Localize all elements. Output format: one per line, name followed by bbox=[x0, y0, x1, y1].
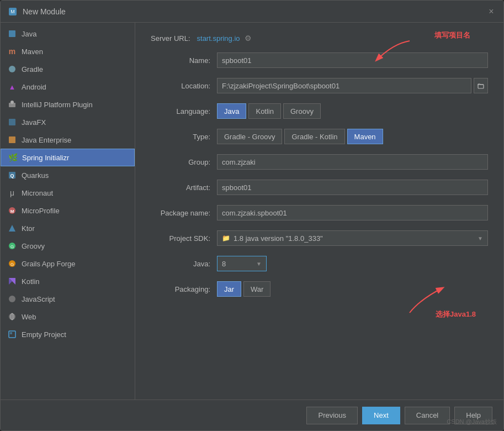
ktor-icon bbox=[7, 223, 17, 233]
packaging-war-button[interactable]: War bbox=[243, 281, 270, 297]
sidebar-item-java-enterprise[interactable]: Java Enterprise bbox=[1, 131, 135, 149]
sidebar-item-android[interactable]: ▲ Android bbox=[1, 78, 135, 96]
previous-button[interactable]: Previous bbox=[306, 407, 358, 424]
dialog-title: New Module bbox=[23, 7, 66, 16]
spring-initializr-icon: 🌿 bbox=[8, 153, 18, 162]
sidebar-item-java[interactable]: Java bbox=[1, 25, 135, 43]
empty-project-icon bbox=[7, 329, 17, 339]
sdk-select-inner: 📁 1.8 java version "1.8.0_333" bbox=[222, 234, 323, 243]
name-row: Name: bbox=[151, 52, 488, 68]
dialog-body: Java m Maven Gradle ▲ Android bbox=[1, 23, 503, 400]
sidebar-item-intellij-platform-plugin[interactable]: IntelliJ Platform Plugin bbox=[1, 96, 135, 113]
sidebar-item-groovy[interactable]: G Groovy bbox=[1, 237, 135, 255]
location-label: Location: bbox=[151, 82, 217, 90]
artifact-input[interactable] bbox=[217, 180, 488, 195]
title-left: M New Module bbox=[7, 6, 66, 17]
sidebar-item-micronaut[interactable]: μ Micronaut bbox=[1, 184, 135, 202]
name-input[interactable] bbox=[217, 52, 488, 68]
sidebar-label-quarkus: Quarkus bbox=[22, 171, 49, 180]
sidebar-item-web[interactable]: Web bbox=[1, 308, 135, 325]
titlebar: M New Module × bbox=[1, 1, 503, 23]
sidebar-label-microprofile: MicroProfile bbox=[22, 207, 60, 215]
settings-gear-icon[interactable]: ⚙ bbox=[245, 34, 252, 43]
cancel-button[interactable]: Cancel bbox=[405, 407, 450, 424]
group-label: Group: bbox=[151, 158, 217, 166]
type-maven-button[interactable]: Maven bbox=[347, 129, 383, 144]
sidebar-label-grails-app-forge: Grails App Forge bbox=[22, 260, 76, 268]
sidebar-item-spring-initializr[interactable]: 🌿 Spring Initializr bbox=[1, 149, 135, 166]
packaging-label: Packaging: bbox=[151, 285, 217, 293]
sdk-chevron-icon: ▼ bbox=[478, 235, 483, 241]
next-button[interactable]: Next bbox=[362, 407, 400, 424]
artifact-row: Artifact: bbox=[151, 180, 488, 195]
microprofile-icon: M bbox=[7, 206, 17, 216]
project-sdk-select[interactable]: 📁 1.8 java version "1.8.0_333" ▼ bbox=[217, 230, 488, 246]
location-row: Location: bbox=[151, 78, 488, 93]
sidebar-label-spring-initializr: Spring Initializr bbox=[22, 154, 69, 162]
java-version-value: 8 bbox=[222, 260, 226, 268]
group-row: Group: bbox=[151, 154, 488, 170]
type-gradle-kotlin-button[interactable]: Gradle - Kotlin bbox=[284, 129, 344, 144]
project-sdk-row: Project SDK: 📁 1.8 java version "1.8.0_3… bbox=[151, 230, 488, 246]
svg-point-5 bbox=[10, 101, 14, 104]
sidebar-label-empty-project: Empty Project bbox=[22, 330, 66, 339]
sdk-value: 1.8 java version "1.8.0_333" bbox=[234, 234, 323, 243]
sidebar-item-empty-project[interactable]: Empty Project bbox=[1, 325, 135, 343]
sidebar-label-kotlin: Kotlin bbox=[22, 277, 40, 286]
sidebar-item-kotlin[interactable]: Kotlin bbox=[1, 272, 135, 290]
dialog-footer: Previous Next Cancel Help bbox=[1, 400, 503, 430]
gradle-icon bbox=[7, 64, 17, 74]
groovy-icon: G bbox=[7, 241, 17, 251]
maven-icon: m bbox=[7, 46, 17, 56]
sidebar-label-micronaut: Micronaut bbox=[22, 189, 53, 197]
svg-text:Q: Q bbox=[10, 173, 14, 178]
close-button[interactable]: × bbox=[486, 6, 497, 17]
group-input[interactable] bbox=[217, 154, 488, 170]
browse-button[interactable] bbox=[474, 78, 488, 93]
svg-text:G: G bbox=[10, 262, 14, 267]
java-label: Java: bbox=[151, 260, 217, 268]
quarkus-icon: Q bbox=[7, 170, 17, 180]
packaging-jar-button[interactable]: Jar bbox=[217, 281, 241, 297]
svg-rect-7 bbox=[9, 136, 15, 143]
packaging-row: Packaging: Jar War bbox=[151, 281, 488, 297]
java-enterprise-icon bbox=[7, 135, 17, 145]
dialog-icon: M bbox=[7, 6, 18, 17]
svg-text:G: G bbox=[10, 244, 14, 249]
language-kotlin-button[interactable]: Kotlin bbox=[248, 103, 281, 119]
location-input[interactable] bbox=[217, 78, 471, 93]
group-control bbox=[217, 154, 488, 170]
sidebar-item-grails-app-forge[interactable]: G Grails App Forge bbox=[1, 255, 135, 272]
server-url-label: Server URL: bbox=[151, 34, 190, 43]
language-java-button[interactable]: Java bbox=[217, 103, 246, 119]
type-gradle-groovy-button[interactable]: Gradle - Groovy bbox=[217, 129, 282, 144]
language-groovy-button[interactable]: Groovy bbox=[283, 103, 321, 119]
packaging-toggle-group: Jar War bbox=[217, 281, 488, 297]
server-url-link[interactable]: start.spring.io bbox=[197, 34, 240, 43]
sidebar-item-javafx[interactable]: JavaFX bbox=[1, 113, 135, 131]
main-content: Server URL: start.spring.io ⚙ 填写项目名 Name… bbox=[135, 23, 503, 400]
svg-rect-25 bbox=[478, 85, 484, 88]
sidebar-label-maven: Maven bbox=[22, 48, 43, 56]
sidebar-item-ktor[interactable]: Ktor bbox=[1, 219, 135, 237]
package-name-input[interactable] bbox=[217, 205, 488, 220]
package-name-control bbox=[217, 205, 488, 220]
java-version-select[interactable]: 8 ▼ bbox=[217, 256, 267, 271]
sidebar-item-javascript[interactable]: JavaScript bbox=[1, 290, 135, 308]
sidebar-label-javafx: JavaFX bbox=[22, 118, 46, 127]
sidebar-item-quarkus[interactable]: Q Quarkus bbox=[1, 166, 135, 184]
type-label: Type: bbox=[151, 133, 217, 141]
sidebar-item-gradle[interactable]: Gradle bbox=[1, 60, 135, 78]
sidebar-label-java-enterprise: Java Enterprise bbox=[22, 136, 71, 144]
sidebar-label-gradle: Gradle bbox=[22, 65, 43, 73]
type-toggle-group: Gradle - Groovy Gradle - Kotlin Maven bbox=[217, 129, 488, 144]
sidebar-item-microprofile[interactable]: M MicroProfile bbox=[1, 202, 135, 219]
svg-rect-6 bbox=[9, 119, 15, 125]
sidebar-label-java: Java bbox=[22, 30, 36, 38]
sidebar-item-maven[interactable]: m Maven bbox=[1, 43, 135, 60]
artifact-label: Artifact: bbox=[151, 183, 217, 192]
language-label: Language: bbox=[151, 107, 217, 115]
svg-point-3 bbox=[9, 66, 15, 72]
language-toggle-group: Java Kotlin Groovy bbox=[217, 103, 488, 119]
intellij-plugin-icon bbox=[7, 99, 17, 109]
